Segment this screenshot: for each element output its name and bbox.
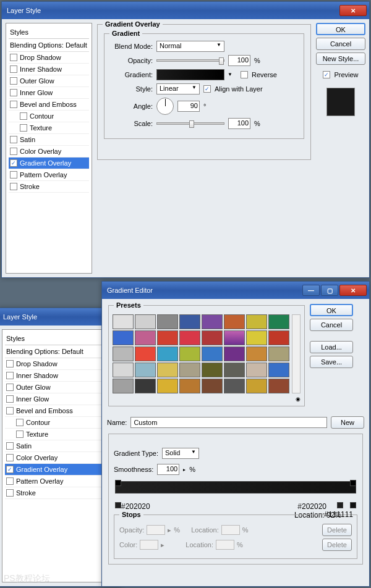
titlebar[interactable]: Layer Style ✕ — [2, 2, 369, 19]
angle-input[interactable]: 90 — [177, 101, 200, 112]
preset-swatch[interactable] — [113, 346, 134, 361]
checkbox[interactable] — [10, 65, 17, 73]
scale-slider[interactable] — [156, 122, 224, 125]
checkbox[interactable] — [10, 148, 17, 155]
preset-swatch[interactable] — [202, 330, 223, 345]
styles-header[interactable]: Styles — [5, 332, 103, 345]
close-icon[interactable]: ✕ — [339, 285, 367, 296]
style-item-gradient-overlay[interactable]: ✓Gradient Overlay — [9, 158, 89, 169]
style-item-pattern-overlay[interactable]: Pattern Overlay — [9, 169, 89, 181]
align-checkbox[interactable]: ✓ — [203, 85, 211, 93]
style-item-texture[interactable]: Texture — [9, 122, 89, 134]
ok-button[interactable]: OK — [316, 23, 365, 35]
style-item-inner-glow[interactable]: Inner Glow — [9, 87, 89, 99]
new-style-button[interactable]: New Style... — [316, 52, 365, 65]
checkbox[interactable] — [10, 54, 17, 61]
preset-swatch[interactable] — [268, 379, 289, 393]
preset-grid[interactable] — [113, 314, 289, 393]
style-item-satin[interactable]: Satin — [5, 440, 103, 452]
reverse-checkbox[interactable] — [241, 71, 248, 78]
scale-input[interactable]: 100 — [228, 118, 250, 129]
load-button[interactable]: Load... — [310, 341, 353, 353]
delete-button[interactable]: Delete — [322, 539, 352, 551]
checkbox[interactable]: ✓ — [10, 159, 17, 167]
opacity-input[interactable]: 100 — [228, 55, 250, 66]
stop-color-swatch[interactable] — [140, 540, 158, 550]
checkbox[interactable] — [10, 171, 17, 178]
checkbox[interactable] — [16, 430, 23, 438]
preset-swatch[interactable] — [179, 379, 200, 393]
preset-swatch[interactable] — [135, 330, 156, 345]
save-button[interactable]: Save... — [310, 356, 353, 368]
preset-swatch[interactable] — [246, 346, 267, 361]
preset-swatch[interactable] — [202, 363, 223, 377]
close-icon[interactable]: ✕ — [339, 5, 367, 16]
checkbox[interactable] — [20, 112, 27, 120]
style-item-inner-shadow[interactable]: Inner Shadow — [9, 64, 89, 75]
style-select[interactable]: Linear — [156, 83, 200, 94]
preset-swatch[interactable] — [157, 330, 178, 345]
checkbox[interactable]: ✓ — [6, 466, 14, 473]
checkbox[interactable] — [6, 384, 14, 391]
preset-swatch[interactable] — [179, 363, 200, 377]
preset-swatch[interactable] — [113, 314, 134, 329]
preset-swatch[interactable] — [224, 379, 245, 393]
checkbox[interactable] — [10, 101, 17, 108]
checkbox[interactable] — [16, 419, 23, 426]
preset-swatch[interactable] — [224, 330, 245, 345]
style-item-outer-glow[interactable]: Outer Glow — [5, 382, 103, 393]
style-item-inner-shadow[interactable]: Inner Shadow — [5, 370, 103, 382]
checkbox[interactable] — [10, 183, 17, 190]
name-input[interactable]: Custom — [130, 417, 327, 428]
style-item-color-overlay[interactable]: Color Overlay — [9, 146, 89, 158]
stop-location-input[interactable] — [221, 525, 240, 535]
blend-mode-select[interactable]: Normal — [156, 41, 224, 52]
smooth-input[interactable]: 100 — [157, 464, 179, 475]
preset-swatch[interactable] — [157, 363, 178, 377]
preset-swatch[interactable] — [135, 363, 156, 377]
maximize-icon[interactable]: ▢ — [321, 285, 338, 296]
style-item-texture[interactable]: Texture — [5, 429, 103, 440]
preset-swatch[interactable] — [179, 346, 200, 361]
style-item-pattern-overlay[interactable]: Pattern Overlay — [5, 476, 103, 487]
style-item-contour[interactable]: Contour — [9, 111, 89, 122]
preset-swatch[interactable] — [135, 379, 156, 393]
style-item-gradient-overlay[interactable]: ✓Gradient Overlay — [5, 464, 103, 476]
preset-swatch[interactable] — [246, 379, 267, 393]
preset-swatch[interactable] — [113, 330, 134, 345]
cancel-button[interactable]: Cancel — [310, 319, 353, 331]
preset-swatch[interactable] — [268, 330, 289, 345]
preset-swatch[interactable] — [224, 314, 245, 329]
blending-options[interactable]: Blending Options: Default — [5, 345, 103, 358]
preset-swatch[interactable] — [202, 379, 223, 393]
checkbox[interactable] — [10, 77, 17, 85]
new-button[interactable]: New — [331, 416, 364, 429]
stop-opacity-input[interactable] — [147, 525, 165, 535]
minimize-icon[interactable]: — — [302, 285, 320, 296]
preset-swatch[interactable] — [268, 346, 289, 361]
opacity-slider[interactable] — [156, 59, 224, 62]
blending-options[interactable]: Blending Options: Default — [9, 39, 89, 52]
cancel-button[interactable]: Cancel — [316, 38, 365, 50]
preset-swatch[interactable] — [224, 363, 245, 377]
preset-swatch[interactable] — [202, 346, 223, 361]
checkbox[interactable] — [6, 442, 14, 450]
preset-swatch[interactable] — [268, 363, 289, 377]
style-item-satin[interactable]: Satin — [9, 134, 89, 146]
checkbox[interactable] — [10, 136, 17, 143]
preset-swatch[interactable] — [246, 314, 267, 329]
angle-dial[interactable] — [156, 98, 174, 115]
preset-swatch[interactable] — [113, 363, 134, 377]
style-item-stroke[interactable]: Stroke — [9, 181, 89, 193]
preset-swatch[interactable] — [157, 314, 178, 329]
preset-swatch[interactable] — [246, 330, 267, 345]
checkbox[interactable] — [6, 489, 14, 497]
preset-swatch[interactable] — [202, 314, 223, 329]
checkbox[interactable] — [6, 454, 14, 461]
style-item-drop-shadow[interactable]: Drop Shadow — [5, 358, 103, 370]
titlebar[interactable]: Gradient Editor — ▢ ✕ — [102, 282, 369, 299]
checkbox[interactable] — [6, 395, 14, 403]
type-select[interactable]: Solid — [162, 448, 199, 459]
preset-swatch[interactable] — [135, 314, 156, 329]
preset-swatch[interactable] — [246, 363, 267, 377]
